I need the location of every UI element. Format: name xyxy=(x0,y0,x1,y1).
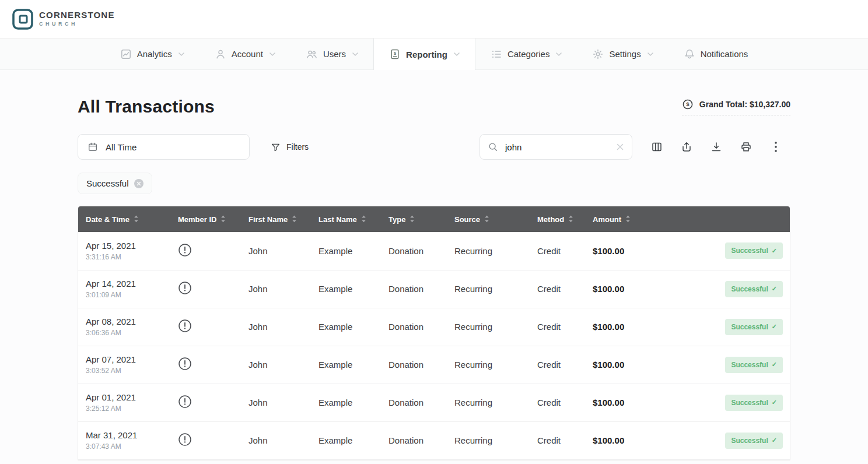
nav-item-label: Settings xyxy=(609,49,640,59)
transaction-date: Apr 14, 2021 xyxy=(86,279,170,289)
column-header-amount[interactable]: Amount xyxy=(585,206,663,232)
transaction-time: 3:25:12 AM xyxy=(86,405,170,413)
date-range-select[interactable]: All Time xyxy=(78,134,250,160)
status-cell: Successful ✓ xyxy=(663,270,790,308)
status-cell: Successful ✓ xyxy=(663,308,790,346)
type-cell: Donation xyxy=(381,421,447,459)
member-id-cell xyxy=(170,384,241,421)
nav-item-label: Reporting xyxy=(406,50,447,59)
column-label: First Name xyxy=(249,215,288,224)
amount-cell: $100.00 xyxy=(585,270,663,308)
analytics-icon xyxy=(120,48,132,60)
member-id-info-icon[interactable] xyxy=(178,433,192,447)
last-name-cell: Example xyxy=(311,421,381,459)
method-cell: Credit xyxy=(530,421,585,459)
member-id-info-icon[interactable] xyxy=(178,395,192,409)
brand-logo[interactable]: CORNERSTONE CHURCH xyxy=(12,8,115,30)
export-icon[interactable] xyxy=(671,134,701,160)
search-icon xyxy=(488,142,498,152)
amount-cell: $100.00 xyxy=(585,308,663,346)
table-header-row: Date & TimeMember IDFirst NameLast NameT… xyxy=(78,206,790,232)
column-header-source[interactable]: Source xyxy=(447,206,530,232)
search-box xyxy=(480,134,632,160)
date-range-value: All Time xyxy=(106,142,136,152)
search-input[interactable] xyxy=(504,142,610,153)
table-row[interactable]: Apr 01, 2021 3:25:12 AM John Example Don… xyxy=(78,384,790,421)
column-header-member_id[interactable]: Member ID xyxy=(170,206,241,232)
status-badge: Successful ✓ xyxy=(725,395,783,411)
sort-icon[interactable] xyxy=(625,215,631,223)
clear-search-icon[interactable] xyxy=(616,143,624,151)
column-label: Method xyxy=(537,215,564,224)
users-icon xyxy=(306,48,318,60)
member-id-cell xyxy=(170,346,241,384)
table-actions xyxy=(642,134,790,160)
source-cell: Recurring xyxy=(447,346,530,384)
table-row[interactable]: Apr 14, 2021 3:01:09 AM John Example Don… xyxy=(78,270,790,308)
column-label: Date & Time xyxy=(86,215,130,224)
amount-cell: $100.00 xyxy=(585,421,663,459)
nav-item-label: Categories xyxy=(508,49,550,59)
remove-filter-icon[interactable] xyxy=(134,179,144,188)
filters-button[interactable]: Filters xyxy=(267,142,312,153)
nav-item-analytics[interactable]: Analytics xyxy=(105,38,200,69)
last-name-cell: Example xyxy=(311,232,381,270)
first-name-cell: John xyxy=(241,421,311,459)
table-row[interactable]: Apr 07, 2021 3:03:52 AM John Example Don… xyxy=(78,346,790,384)
column-header-method[interactable]: Method xyxy=(530,206,585,232)
member-id-info-icon[interactable] xyxy=(178,243,192,257)
amount-cell: $100.00 xyxy=(585,346,663,384)
download-icon[interactable] xyxy=(701,134,731,160)
type-cell: Donation xyxy=(381,270,447,308)
status-cell: Successful ✓ xyxy=(663,346,790,384)
column-label: Source xyxy=(454,215,480,224)
transaction-time: 3:01:09 AM xyxy=(86,291,170,299)
sort-icon[interactable] xyxy=(134,215,139,223)
member-id-cell xyxy=(170,308,241,346)
check-icon: ✓ xyxy=(772,361,777,368)
status-cell: Successful ✓ xyxy=(663,232,790,270)
filter-chip-successful[interactable]: Successful xyxy=(78,173,152,194)
column-header-date_time[interactable]: Date & Time xyxy=(78,206,170,232)
chevron-down-icon xyxy=(270,52,275,56)
sort-icon[interactable] xyxy=(568,215,573,223)
sort-icon[interactable] xyxy=(361,215,366,223)
member-id-info-icon[interactable] xyxy=(178,357,192,371)
transaction-date: Apr 15, 2021 xyxy=(86,241,170,251)
sort-icon[interactable] xyxy=(410,215,415,223)
transaction-date: Apr 01, 2021 xyxy=(86,392,170,402)
more-options-icon[interactable] xyxy=(761,134,790,160)
last-name-cell: Example xyxy=(311,270,381,308)
nav-item-account[interactable]: Account xyxy=(200,38,290,69)
svg-text:$: $ xyxy=(394,51,397,56)
column-header-last_name[interactable]: Last Name xyxy=(311,206,381,232)
member-id-info-icon[interactable] xyxy=(178,319,192,333)
filters-label: Filters xyxy=(286,142,309,152)
table-row[interactable]: Mar 31, 2021 3:07:43 AM John Example Don… xyxy=(78,421,790,459)
member-id-info-icon[interactable] xyxy=(178,281,192,295)
column-label: Type xyxy=(388,215,405,224)
settings-icon xyxy=(592,48,604,60)
filter-icon xyxy=(271,142,281,152)
member-id-cell xyxy=(170,270,241,308)
column-header-type[interactable]: Type xyxy=(381,206,447,232)
method-cell: Credit xyxy=(530,232,585,270)
columns-icon[interactable] xyxy=(642,134,671,160)
table-row[interactable]: Apr 15, 2021 3:31:16 AM John Example Don… xyxy=(78,232,790,270)
nav-item-reporting[interactable]: $ Reporting xyxy=(373,38,475,70)
table-row[interactable]: Apr 08, 2021 3:06:36 AM John Example Don… xyxy=(78,308,790,346)
type-cell: Donation xyxy=(381,384,447,421)
sort-icon[interactable] xyxy=(220,215,226,223)
nav-item-users[interactable]: Users xyxy=(290,38,373,69)
status-badge: Successful ✓ xyxy=(725,433,783,449)
dollar-circle-icon: $ xyxy=(682,99,694,110)
sort-icon[interactable] xyxy=(292,215,297,223)
last-name-cell: Example xyxy=(311,384,381,421)
first-name-cell: John xyxy=(241,384,311,421)
nav-item-notifications[interactable]: Notifications xyxy=(668,38,764,69)
sort-icon[interactable] xyxy=(484,215,489,223)
print-icon[interactable] xyxy=(731,134,761,160)
nav-item-settings[interactable]: Settings xyxy=(577,38,668,69)
column-header-first_name[interactable]: First Name xyxy=(241,206,311,232)
nav-item-categories[interactable]: Categories xyxy=(475,38,578,69)
